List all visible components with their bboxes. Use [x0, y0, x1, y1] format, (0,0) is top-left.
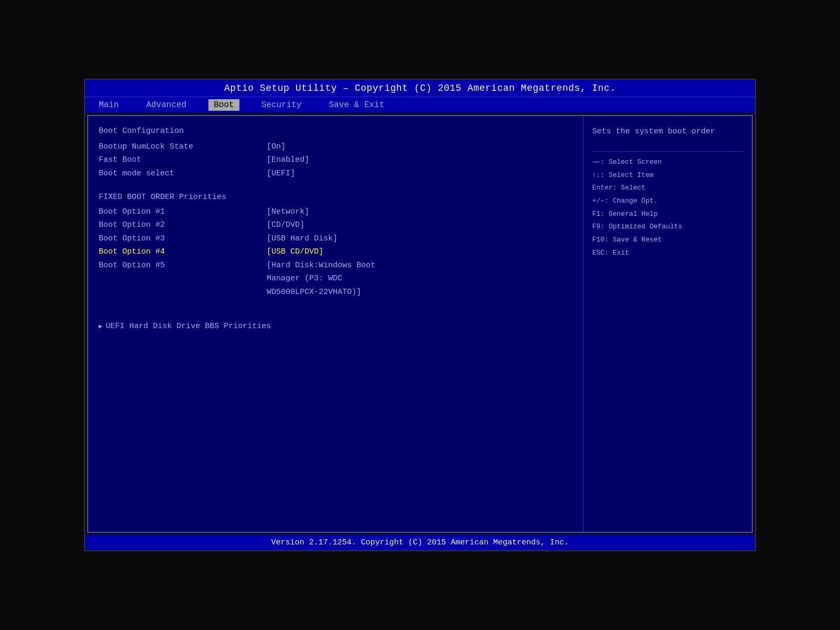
setting-row-boot4: Boot Option #4 [USB CD/DVD]	[99, 245, 573, 259]
section1-title: Boot Configuration	[99, 124, 573, 138]
setting-value-numlock[interactable]: [On]	[267, 140, 286, 154]
footer-bar: Version 2.17.1254. Copyright (C) 2015 Am…	[85, 535, 755, 550]
setting-row-boot3: Boot Option #3 [USB Hard Disk]	[99, 232, 573, 246]
help-text: Sets the system boot order	[592, 124, 743, 139]
key-hint-select-screen: →←: Select Screen	[592, 156, 743, 169]
main-area: Boot Configuration Bootup NumLock State …	[87, 115, 753, 533]
key-hint-f1: F1: General Help	[592, 208, 743, 221]
setting-value-boot5[interactable]: [Hard Disk:Windows Boot Manager (P3: WDC…	[267, 259, 375, 299]
setting-value-bootmode[interactable]: [UEFI]	[267, 167, 295, 181]
setting-value-boot4[interactable]: [USB CD/DVD]	[267, 245, 323, 259]
key-hints: →←: Select Screen ↑↓: Select Item Enter:…	[592, 156, 743, 260]
setting-label-boot2: Boot Option #2	[99, 218, 267, 232]
setting-value-boot3[interactable]: [USB Hard Disk]	[267, 232, 338, 246]
setting-label-bootmode: Boot mode select	[99, 167, 267, 181]
nav-item-security[interactable]: Security	[256, 99, 307, 111]
submenu-label: UEFI Hard Disk Drive BBS Priorities	[106, 320, 271, 333]
setting-value-boot2[interactable]: [CD/DVD]	[267, 218, 304, 232]
right-panel: Sets the system boot order →←: Select Sc…	[584, 116, 752, 532]
nav-bar: Main Advanced Boot Security Save & Exit	[85, 97, 755, 113]
setting-row-fastboot: Fast Boot [Enabled]	[99, 153, 573, 167]
title-text: Aptio Setup Utility – Copyright (C) 2015…	[224, 83, 616, 93]
setting-label-boot4: Boot Option #4	[99, 245, 267, 259]
setting-label-boot5: Boot Option #5	[99, 259, 267, 272]
setting-row-boot5: Boot Option #5 [Hard Disk:Windows Boot M…	[99, 259, 573, 299]
key-hint-enter: Enter: Select	[592, 182, 743, 195]
setting-label-boot3: Boot Option #3	[99, 232, 267, 246]
key-hint-change: +/–: Change Opt.	[592, 195, 743, 208]
setting-row-boot1: Boot Option #1 [Network]	[99, 205, 573, 219]
setting-row-bootmode: Boot mode select [UEFI]	[99, 167, 573, 181]
divider-top	[592, 151, 743, 152]
section2-title: FIXED BOOT ORDER Priorities	[99, 191, 573, 204]
key-hint-esc: ESC: Exit	[592, 247, 743, 260]
setting-label-boot1: Boot Option #1	[99, 205, 267, 219]
setting-value-fastboot[interactable]: [Enabled]	[267, 153, 309, 167]
setting-row-numlock: Bootup NumLock State [On]	[99, 140, 573, 154]
key-hint-f10: F10: Save & Reset	[592, 234, 743, 247]
setting-value-boot1[interactable]: [Network]	[267, 205, 309, 219]
bios-container: Aptio Setup Utility – Copyright (C) 2015…	[84, 79, 756, 551]
submenu-triangle-icon: ▶	[99, 321, 102, 332]
submenu-uefi-hdd[interactable]: ▶ UEFI Hard Disk Drive BBS Priorities	[99, 320, 573, 333]
setting-label-numlock: Bootup NumLock State	[99, 140, 267, 154]
footer-text: Version 2.17.1254. Copyright (C) 2015 Am…	[271, 538, 569, 547]
setting-row-boot2: Boot Option #2 [CD/DVD]	[99, 218, 573, 232]
nav-item-save-exit[interactable]: Save & Exit	[323, 99, 390, 111]
nav-item-boot[interactable]: Boot	[208, 99, 239, 111]
nav-item-main[interactable]: Main	[93, 99, 124, 111]
key-hint-f9: F9: Optimized Defaults	[592, 220, 743, 234]
setting-label-fastboot: Fast Boot	[99, 153, 267, 167]
key-hint-select-item: ↑↓: Select Item	[592, 169, 743, 182]
nav-item-advanced[interactable]: Advanced	[141, 99, 192, 111]
title-bar: Aptio Setup Utility – Copyright (C) 2015…	[85, 80, 755, 97]
left-panel: Boot Configuration Bootup NumLock State …	[88, 116, 584, 532]
